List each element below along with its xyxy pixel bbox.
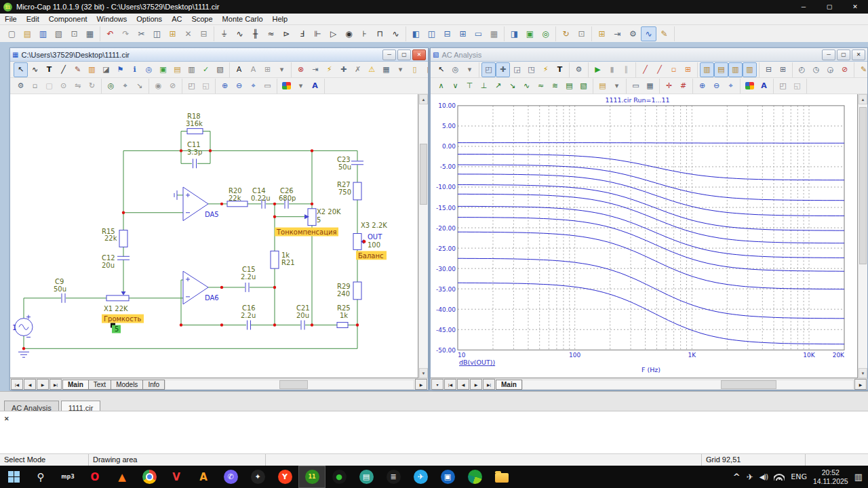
cut-icon[interactable]: ✂ — [134, 26, 149, 41]
maximize-button[interactable]: ▢ — [816, 0, 842, 14]
step-box-icon[interactable]: ⊞ — [260, 62, 275, 77]
delete-icon[interactable]: ✕ — [180, 26, 196, 41]
find-part-icon[interactable]: ◎ — [104, 79, 118, 94]
analysis-vertical-scrollbar[interactable]: ▲ ▼ — [858, 94, 867, 378]
find-text-icon[interactable]: A — [232, 62, 246, 77]
stop-icon[interactable]: ▮ — [605, 62, 619, 77]
measure-inflection-icon[interactable]: ∿ — [519, 79, 534, 94]
npn-component-icon[interactable]: Ⅎ — [294, 26, 310, 41]
yandex-app[interactable]: Y — [271, 466, 298, 488]
zoom-out-icon[interactable]: ⊖ — [232, 79, 246, 94]
font-tool-icon[interactable]: A — [757, 79, 771, 94]
analysis-plot-canvas[interactable]: 10.005.000.00-5.00-10.00-15.00-20.00-25.… — [431, 94, 858, 378]
web-help-icon[interactable]: ◎ — [538, 26, 553, 41]
volume-icon[interactable]: ◀)) — [760, 473, 768, 481]
schematic-maximize-button[interactable]: ▢ — [397, 49, 411, 60]
tile-horizontal-icon[interactable]: ⊟ — [439, 26, 455, 41]
page-setup-icon[interactable]: ▭ — [260, 79, 275, 94]
border-tool-icon[interactable]: ▯ — [408, 62, 422, 77]
optimizer-icon[interactable]: ⚙ — [625, 26, 641, 41]
round-colorful-app[interactable] — [461, 466, 488, 488]
properties-icon[interactable]: ⚙ — [14, 79, 28, 94]
report-tool-icon[interactable]: ▧ — [213, 62, 227, 77]
measure-valley-icon[interactable]: ∨ — [448, 79, 462, 94]
zoom-window-icon[interactable]: ⌖ — [724, 79, 738, 94]
palette-menu-icon[interactable]: ▾ — [294, 79, 308, 94]
redo-icon[interactable]: ↷ — [118, 26, 134, 41]
notification-center-icon[interactable]: ▥ — [854, 472, 863, 482]
scrollbar-thumb[interactable] — [859, 107, 867, 264]
pane-4-icon[interactable]: ▥ — [743, 62, 757, 77]
pause-icon[interactable]: ∥ — [619, 62, 633, 77]
last-page-button[interactable]: ▶| — [50, 379, 62, 390]
diode-component-icon[interactable]: ⊳ — [279, 26, 294, 41]
copy-icon[interactable]: ◫ — [149, 26, 165, 41]
telegram-app[interactable]: ✈ — [407, 466, 434, 488]
schematic-minimize-button[interactable]: ─ — [382, 49, 396, 60]
cascade-windows-icon[interactable]: ◧ — [408, 26, 424, 41]
tab-main[interactable]: Main — [496, 380, 522, 390]
pin-connections-icon[interactable]: ✚ — [336, 62, 351, 77]
scroll-right-button[interactable]: ▶ — [854, 379, 867, 390]
calculator-icon[interactable]: ▦ — [486, 26, 502, 41]
select-area-icon[interactable]: ▫ — [28, 79, 42, 94]
scroll-down-icon[interactable]: ▼ — [419, 368, 428, 378]
check-tool-icon[interactable]: ✓ — [199, 62, 213, 77]
macro-component-icon[interactable]: ◉ — [341, 26, 357, 41]
data-points-icon[interactable]: ▫ — [667, 62, 681, 77]
node-voltages-icon[interactable]: ⊗ — [294, 62, 308, 77]
first-page-button[interactable]: |◀ — [444, 379, 456, 390]
disable-region-icon[interactable]: ⊘ — [165, 79, 180, 94]
cross-area-icon[interactable]: ✗ — [351, 62, 365, 77]
attribute-menu-icon[interactable]: ▾ — [275, 62, 289, 77]
tab-models[interactable]: Models — [111, 380, 143, 390]
sheet-tool-icon[interactable]: ▥ — [184, 62, 199, 77]
menu-ac[interactable]: AC — [167, 14, 186, 24]
picture-tool-icon[interactable]: ▣ — [156, 62, 170, 77]
font-tool-icon[interactable]: A — [308, 79, 322, 94]
limits-left-icon[interactable]: ╱ — [638, 62, 652, 77]
power-display-icon[interactable]: ⚡ — [322, 62, 336, 77]
analysis-horizontal-scrollbar[interactable] — [522, 380, 854, 390]
cursor-time-3-icon[interactable]: ◶ — [823, 62, 837, 77]
properties-icon[interactable]: ⚙ — [572, 62, 586, 77]
select-mode-icon[interactable]: ↖ — [434, 62, 448, 77]
tile-vertical-icon[interactable]: ◫ — [424, 26, 439, 41]
new-file-icon[interactable]: ▢ — [4, 26, 20, 41]
date-stamp-icon[interactable]: ▦ — [643, 79, 657, 94]
measure-peak-icon[interactable]: ∧ — [434, 79, 448, 94]
scale-mode-icon[interactable]: ◰ — [481, 62, 496, 77]
wifi-icon[interactable] — [774, 473, 785, 481]
zoom-in-icon[interactable]: ⊕ — [695, 79, 709, 94]
grid-toggle-icon[interactable]: ▦ — [379, 62, 393, 77]
cursor-time-1-icon[interactable]: ◴ — [795, 62, 809, 77]
search-button[interactable]: ⚲ — [27, 466, 54, 488]
office-app[interactable]: ▤ — [353, 466, 380, 488]
plot-legend[interactable]: dB(v(OUT)) — [459, 359, 495, 366]
wire-mode-icon[interactable]: ∿ — [28, 62, 42, 77]
cursor-dropdown-icon[interactable]: ▾ — [462, 62, 477, 77]
green-dot-app[interactable]: ● — [326, 466, 353, 488]
scroll-down-icon[interactable]: ▼ — [859, 368, 867, 378]
region-select-icon[interactable]: ⊡ — [574, 26, 589, 41]
dark-app[interactable]: ✦ — [244, 466, 271, 488]
grid-menu-icon[interactable]: ▾ — [393, 62, 408, 77]
vivaldi-app[interactable]: V — [163, 466, 190, 488]
menu-component[interactable]: Component — [44, 14, 92, 24]
opera-app[interactable]: O — [81, 466, 108, 488]
schematic-horizontal-scrollbar[interactable] — [165, 380, 414, 390]
panel-close-icon[interactable]: ✕ — [4, 415, 9, 422]
goto-flag-icon[interactable]: ↘ — [132, 79, 146, 94]
measure-band-icon[interactable]: ▤ — [562, 79, 576, 94]
measure-rise-icon[interactable]: ↗ — [491, 79, 505, 94]
schematic-canvas[interactable]: R18 316k C11 3.3p DA5 R20 22k C14 0.22u … — [10, 94, 418, 378]
circuit-component-symbols[interactable] — [15, 129, 363, 358]
measure-region-icon[interactable]: ▧ — [576, 79, 591, 94]
revert-file-icon[interactable]: ▧ — [51, 26, 66, 41]
first-page-button[interactable]: |◀ — [11, 379, 23, 390]
prev-page-button[interactable]: ◀ — [24, 379, 36, 390]
zoom-area-icon[interactable]: ⌖ — [246, 79, 260, 94]
probe-icon[interactable]: ✎ — [656, 26, 672, 41]
horizontal-tag-mode-icon[interactable]: ⚡ — [538, 62, 553, 77]
find-component-icon[interactable]: ⌖ — [118, 79, 132, 94]
